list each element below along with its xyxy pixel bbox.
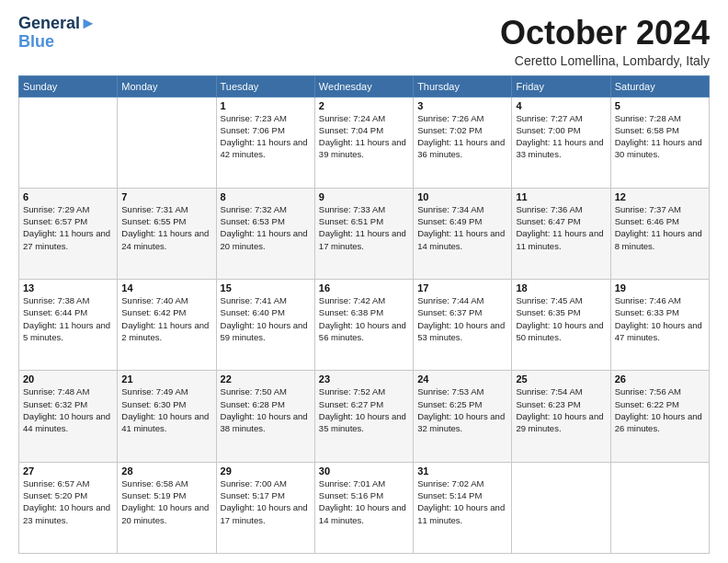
day-number: 8 [221, 191, 311, 202]
day-number: 14 [121, 282, 211, 293]
day-number: 10 [417, 191, 507, 202]
calendar-cell: 21Sunrise: 7:49 AMSunset: 6:30 PMDayligh… [118, 371, 216, 462]
day-number: 16 [319, 282, 409, 293]
weekday-header: Thursday [414, 75, 512, 97]
calendar-page: General► Blue October 2024 Ceretto Lomel… [0, 0, 728, 563]
calendar-cell: 7Sunrise: 7:31 AMSunset: 6:55 PMDaylight… [118, 188, 216, 279]
calendar-cell: 10Sunrise: 7:34 AMSunset: 6:49 PMDayligh… [414, 188, 512, 279]
calendar-cell [512, 462, 610, 553]
calendar-cell: 11Sunrise: 7:36 AMSunset: 6:47 PMDayligh… [512, 188, 610, 279]
day-info: Sunrise: 7:28 AMSunset: 6:58 PMDaylight:… [615, 112, 705, 161]
calendar-cell: 17Sunrise: 7:44 AMSunset: 6:37 PMDayligh… [414, 280, 512, 371]
calendar-cell: 19Sunrise: 7:46 AMSunset: 6:33 PMDayligh… [610, 280, 709, 371]
logo: General► Blue [18, 15, 97, 52]
day-number: 6 [23, 191, 113, 202]
day-info: Sunrise: 7:41 AMSunset: 6:40 PMDaylight:… [221, 294, 311, 343]
day-info: Sunrise: 7:50 AMSunset: 6:28 PMDaylight:… [221, 385, 311, 434]
day-info: Sunrise: 7:26 AMSunset: 7:02 PMDaylight:… [417, 112, 507, 161]
calendar-cell [118, 97, 216, 188]
calendar-cell: 9Sunrise: 7:33 AMSunset: 6:51 PMDaylight… [314, 188, 413, 279]
day-number: 20 [23, 373, 113, 385]
month-title: October 2024 [500, 15, 710, 52]
day-number: 19 [615, 282, 705, 293]
day-number: 18 [516, 282, 606, 293]
day-number: 30 [319, 465, 409, 477]
logo-text: General► [18, 15, 97, 33]
day-number: 26 [615, 373, 705, 385]
header: General► Blue October 2024 Ceretto Lomel… [18, 15, 710, 68]
calendar-cell: 3Sunrise: 7:26 AMSunset: 7:02 PMDaylight… [414, 97, 512, 188]
day-info: Sunrise: 7:32 AMSunset: 6:53 PMDaylight:… [221, 203, 311, 252]
calendar-cell: 27Sunrise: 6:57 AMSunset: 5:20 PMDayligh… [19, 462, 118, 553]
calendar-week-row: 1Sunrise: 7:23 AMSunset: 7:06 PMDaylight… [19, 97, 710, 188]
weekday-header: Tuesday [216, 75, 314, 97]
day-number: 25 [516, 373, 606, 385]
weekday-header: Monday [118, 75, 216, 97]
calendar-cell [19, 97, 118, 188]
day-number: 17 [417, 282, 507, 293]
day-info: Sunrise: 7:56 AMSunset: 6:22 PMDaylight:… [615, 385, 705, 434]
calendar-cell: 28Sunrise: 6:58 AMSunset: 5:19 PMDayligh… [118, 462, 216, 553]
day-info: Sunrise: 7:52 AMSunset: 6:27 PMDaylight:… [319, 385, 409, 434]
day-info: Sunrise: 7:02 AMSunset: 5:14 PMDaylight:… [417, 477, 507, 526]
day-number: 11 [516, 191, 606, 202]
day-number: 1 [221, 100, 311, 111]
day-number: 13 [23, 282, 113, 293]
calendar-cell: 16Sunrise: 7:42 AMSunset: 6:38 PMDayligh… [314, 280, 413, 371]
day-info: Sunrise: 7:49 AMSunset: 6:30 PMDaylight:… [121, 385, 211, 434]
calendar-cell: 4Sunrise: 7:27 AMSunset: 7:00 PMDaylight… [512, 97, 610, 188]
day-info: Sunrise: 7:34 AMSunset: 6:49 PMDaylight:… [417, 203, 507, 252]
day-number: 27 [23, 465, 113, 477]
day-number: 2 [319, 100, 409, 111]
logo-blue: Blue [18, 32, 54, 51]
calendar-cell: 1Sunrise: 7:23 AMSunset: 7:06 PMDaylight… [216, 97, 314, 188]
calendar-cell: 13Sunrise: 7:38 AMSunset: 6:44 PMDayligh… [19, 280, 118, 371]
day-info: Sunrise: 7:40 AMSunset: 6:42 PMDaylight:… [121, 294, 211, 343]
calendar-cell [610, 462, 709, 553]
day-number: 21 [121, 373, 211, 385]
day-number: 9 [319, 191, 409, 202]
calendar-week-row: 13Sunrise: 7:38 AMSunset: 6:44 PMDayligh… [19, 280, 710, 371]
day-info: Sunrise: 7:27 AMSunset: 7:00 PMDaylight:… [516, 112, 606, 161]
day-info: Sunrise: 7:29 AMSunset: 6:57 PMDaylight:… [23, 203, 113, 252]
day-info: Sunrise: 7:24 AMSunset: 7:04 PMDaylight:… [319, 112, 409, 161]
day-info: Sunrise: 7:45 AMSunset: 6:35 PMDaylight:… [516, 294, 606, 343]
calendar-cell: 12Sunrise: 7:37 AMSunset: 6:46 PMDayligh… [610, 188, 709, 279]
weekday-header: Sunday [19, 75, 118, 97]
day-number: 23 [319, 373, 409, 385]
calendar-cell: 23Sunrise: 7:52 AMSunset: 6:27 PMDayligh… [314, 371, 413, 462]
day-number: 3 [417, 100, 507, 111]
calendar-week-row: 27Sunrise: 6:57 AMSunset: 5:20 PMDayligh… [19, 462, 710, 553]
day-number: 15 [221, 282, 311, 293]
day-number: 5 [615, 100, 705, 111]
day-number: 24 [417, 373, 507, 385]
day-number: 7 [121, 191, 211, 202]
day-info: Sunrise: 6:57 AMSunset: 5:20 PMDaylight:… [23, 477, 113, 526]
calendar-cell: 24Sunrise: 7:53 AMSunset: 6:25 PMDayligh… [414, 371, 512, 462]
weekday-header-row: SundayMondayTuesdayWednesdayThursdayFrid… [19, 75, 710, 97]
day-number: 12 [615, 191, 705, 202]
day-info: Sunrise: 7:42 AMSunset: 6:38 PMDaylight:… [319, 294, 409, 343]
day-info: Sunrise: 7:36 AMSunset: 6:47 PMDaylight:… [516, 203, 606, 252]
day-number: 28 [121, 465, 211, 477]
location: Ceretto Lomellina, Lombardy, Italy [500, 53, 710, 68]
day-info: Sunrise: 7:44 AMSunset: 6:37 PMDaylight:… [417, 294, 507, 343]
day-number: 29 [221, 465, 311, 477]
day-info: Sunrise: 7:48 AMSunset: 6:32 PMDaylight:… [23, 385, 113, 434]
day-info: Sunrise: 7:23 AMSunset: 7:06 PMDaylight:… [221, 112, 311, 161]
calendar-cell: 5Sunrise: 7:28 AMSunset: 6:58 PMDaylight… [610, 97, 709, 188]
day-number: 31 [417, 465, 507, 477]
title-area: October 2024 Ceretto Lomellina, Lombardy… [500, 15, 710, 68]
day-info: Sunrise: 7:53 AMSunset: 6:25 PMDaylight:… [417, 385, 507, 434]
calendar-cell: 8Sunrise: 7:32 AMSunset: 6:53 PMDaylight… [216, 188, 314, 279]
weekday-header: Wednesday [314, 75, 413, 97]
weekday-header: Saturday [610, 75, 709, 97]
calendar-cell: 15Sunrise: 7:41 AMSunset: 6:40 PMDayligh… [216, 280, 314, 371]
calendar-table: SundayMondayTuesdayWednesdayThursdayFrid… [18, 75, 710, 554]
calendar-cell: 30Sunrise: 7:01 AMSunset: 5:16 PMDayligh… [314, 462, 413, 553]
calendar-cell: 18Sunrise: 7:45 AMSunset: 6:35 PMDayligh… [512, 280, 610, 371]
day-info: Sunrise: 7:37 AMSunset: 6:46 PMDaylight:… [615, 203, 705, 252]
calendar-cell: 14Sunrise: 7:40 AMSunset: 6:42 PMDayligh… [118, 280, 216, 371]
calendar-cell: 22Sunrise: 7:50 AMSunset: 6:28 PMDayligh… [216, 371, 314, 462]
calendar-week-row: 20Sunrise: 7:48 AMSunset: 6:32 PMDayligh… [19, 371, 710, 462]
